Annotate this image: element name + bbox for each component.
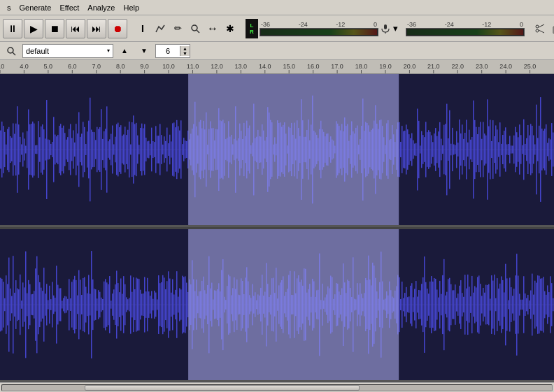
track-1 xyxy=(0,74,554,227)
toolbar-row2: default ▾ ▲ ▼ 6 ▲ ▼ xyxy=(0,42,554,60)
draw-tool-button[interactable]: ✏ xyxy=(169,20,186,37)
horizontal-scrollbar[interactable] xyxy=(0,382,554,392)
input-bar-r xyxy=(261,32,377,35)
preset-up-button[interactable]: ▲ xyxy=(116,43,133,59)
channels-spin-arrows: ▲ ▼ xyxy=(180,46,190,56)
waveform-tracks xyxy=(0,74,554,382)
selection-zoom-icon xyxy=(6,46,16,56)
menubar: s Generate Effect Analyze Help xyxy=(0,0,554,15)
svg-rect-2 xyxy=(384,24,387,29)
record-button[interactable]: ⏺ xyxy=(108,19,127,38)
timeline-ruler xyxy=(0,60,554,74)
channels-spinbox: 6 ▲ ▼ xyxy=(155,44,190,58)
copy-button[interactable] xyxy=(549,20,554,37)
envelope-tool-button[interactable] xyxy=(152,20,169,37)
input-vu-bars xyxy=(260,28,378,36)
svg-line-6 xyxy=(539,24,544,27)
selection-zoom-button[interactable] xyxy=(3,43,20,59)
svg-point-5 xyxy=(536,29,539,32)
forward-button[interactable]: ⏭ xyxy=(87,19,106,38)
channels-up-button[interactable]: ▲ xyxy=(180,46,190,51)
content-area xyxy=(0,60,554,392)
preset-combo[interactable]: default ▾ xyxy=(22,44,113,58)
menu-generate[interactable]: Generate xyxy=(15,2,56,13)
ruler-canvas xyxy=(0,60,554,74)
input-gain-arrow[interactable]: ▾ xyxy=(392,20,399,37)
multi-tool-button[interactable]: ✱ xyxy=(222,20,239,37)
right-toolbar-buttons: + ↩ ↪ xyxy=(532,20,554,37)
stop-button[interactable]: ⏹ xyxy=(45,19,64,38)
toolbar-row1: ⏸ ▶ ⏹ ⏮ ⏭ ⏺ I ✏ ↔ ✱ L R xyxy=(0,15,554,42)
svg-line-7 xyxy=(539,30,544,33)
menu-tracks[interactable]: s xyxy=(3,2,15,13)
input-meter-section: L R -36 -24 -12 0 xyxy=(246,19,378,38)
l-label: L xyxy=(250,22,254,29)
scrollbar-thumb[interactable] xyxy=(85,385,360,391)
transport-controls: ⏸ ▶ ⏹ ⏮ ⏭ ⏺ xyxy=(3,19,127,38)
menu-effect[interactable]: Effect xyxy=(55,2,83,13)
svg-point-4 xyxy=(536,25,539,28)
zoom-tool-button[interactable] xyxy=(187,20,204,37)
waveform-canvas-1 xyxy=(0,74,554,225)
output-vu-meter: -36 -24 -12 0 xyxy=(406,21,525,36)
r-label: R xyxy=(250,29,254,35)
output-vu-bars xyxy=(406,28,525,36)
select-tool-button[interactable]: I xyxy=(134,20,151,37)
preset-arrow: ▾ xyxy=(107,48,110,54)
scissors-icon xyxy=(535,24,545,34)
scrollbar-track[interactable] xyxy=(1,384,553,391)
output-bar-r xyxy=(407,32,523,35)
rewind-button[interactable]: ⏮ xyxy=(66,19,85,38)
svg-line-1 xyxy=(197,30,199,33)
waveform-main xyxy=(0,60,554,392)
channels-down-button[interactable]: ▼ xyxy=(180,51,190,56)
track-2 xyxy=(0,229,554,382)
menu-help[interactable]: Help xyxy=(119,2,143,13)
preset-value: default xyxy=(26,47,49,55)
input-meter-scale: -36 -24 -12 0 xyxy=(260,21,378,28)
svg-point-16 xyxy=(8,48,13,53)
tool-buttons: I ✏ ↔ ✱ xyxy=(134,20,239,37)
zoom-icon xyxy=(190,24,200,34)
svg-point-0 xyxy=(192,25,197,31)
play-button[interactable]: ▶ xyxy=(24,19,43,38)
scissors-button[interactable] xyxy=(532,20,548,37)
input-vu-meter: -36 -24 -12 0 xyxy=(260,21,378,36)
microphone-icon xyxy=(381,24,390,34)
svg-line-17 xyxy=(13,52,15,55)
menu-analyze[interactable]: Analyze xyxy=(83,2,119,13)
envelope-icon xyxy=(155,24,165,34)
channels-value: 6 xyxy=(156,47,180,55)
lr-input-indicator: L R xyxy=(246,19,258,38)
timeshift-tool-button[interactable]: ↔ xyxy=(204,20,221,37)
waveform-canvas-2 xyxy=(0,229,554,380)
preset-down-button[interactable]: ▼ xyxy=(136,43,152,59)
pause-button[interactable]: ⏸ xyxy=(3,19,22,38)
output-meter-section: -36 -24 -12 0 xyxy=(406,21,525,36)
input-gain-button[interactable] xyxy=(380,20,391,37)
app-window: s Generate Effect Analyze Help ⏸ ▶ ⏹ ⏮ ⏭… xyxy=(0,0,554,392)
output-meter-scale: -36 -24 -12 0 xyxy=(406,21,525,28)
